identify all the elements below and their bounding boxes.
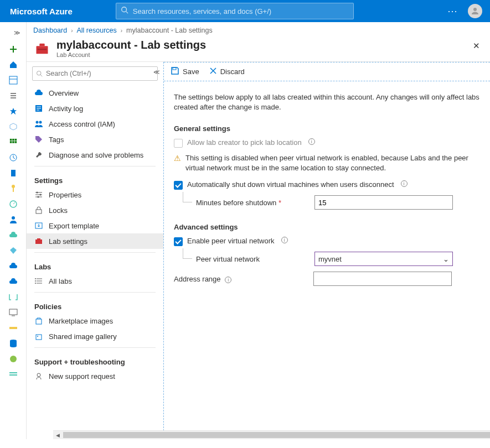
rail-monitor-icon[interactable] [8,308,18,317]
horizontal-scrollbar[interactable]: ◀ [53,430,490,439]
minutes-input[interactable] [314,195,453,210]
close-icon[interactable]: ✕ [471,39,482,53]
svg-rect-6 [12,139,14,141]
collapse-menu-icon[interactable]: ≪ [153,69,160,76]
tag-icon [34,135,43,144]
rail-bar-icon[interactable] [8,323,18,333]
svg-point-0 [122,7,127,12]
menu-activity-log[interactable]: Activity log [27,101,163,116]
info-icon[interactable]: i [225,277,231,283]
gallery-icon [34,332,43,341]
enable-peer-checkbox[interactable] [174,237,183,246]
menu-shared-gallery[interactable]: Shared image gallery [27,329,163,344]
rail-gauge-icon[interactable] [8,199,18,209]
expand-rail-icon[interactable]: ≫ [0,27,26,39]
auto-shutdown-checkbox[interactable] [174,181,183,190]
svg-rect-38 [37,238,40,239]
warning-text: This setting is disabled when peer virtu… [185,153,480,173]
rail-cloud3-icon[interactable] [8,277,18,286]
save-button[interactable]: Save [171,66,199,77]
enable-peer-label: Enable peer virtual network [187,237,275,245]
rail-add-icon[interactable] [8,44,18,54]
discard-button[interactable]: Discard [209,67,245,76]
menu-properties[interactable]: Properties [27,187,163,202]
svg-line-28 [40,75,42,76]
svg-rect-12 [11,170,16,176]
menu-diagnose[interactable]: Diagnose and solve problems [27,147,163,163]
rail-db-icon[interactable] [8,338,18,348]
allow-location-checkbox [174,139,183,148]
global-search[interactable] [116,3,354,19]
section-labs: Labs [27,256,163,273]
resource-search[interactable] [32,66,158,81]
menu-overview[interactable]: Overview [27,85,163,101]
rail-box-icon[interactable] [8,122,18,132]
scrollbar-thumb[interactable] [63,432,490,438]
breadcrumb-allresources[interactable]: All resources [77,27,117,34]
menu-new-support[interactable]: New support request [27,368,163,384]
rail-user-icon[interactable] [8,215,18,225]
menu-export[interactable]: Export template [27,218,163,233]
svg-point-16 [12,216,15,220]
menu-lab-settings[interactable]: Lab settings [27,233,163,249]
rail-circle-icon[interactable] [8,354,18,364]
menu-locks[interactable]: Locks [27,202,163,218]
rail-key-icon[interactable] [8,184,18,194]
chevron-down-icon: ⌄ [443,255,449,263]
scroll-left-icon[interactable]: ◀ [53,431,62,440]
rail-service-icon[interactable] [8,168,18,178]
rail-dashboard-icon[interactable] [8,75,18,85]
svg-point-40 [35,280,36,282]
peer-vnet-select[interactable]: myvnet ⌄ [314,252,453,266]
svg-point-39 [35,278,36,279]
save-icon [171,66,179,77]
avatar[interactable] [468,4,482,18]
info-icon[interactable]: i [308,138,315,145]
rail-bracket-icon[interactable] [8,292,18,302]
resource-search-input[interactable] [46,70,154,77]
more-icon[interactable]: ⋯ [447,5,458,17]
rail-cloud2-icon[interactable] [8,261,18,271]
cloud-icon [34,88,43,97]
search-icon [121,6,128,16]
svg-point-45 [37,373,40,377]
rail-clock-icon[interactable] [8,153,18,163]
resource-menu: ≪ Overview Activity log Access control (… [27,62,164,439]
general-settings-heading: General settings [174,124,480,133]
rail-grid-icon[interactable] [8,137,18,147]
section-policies: Policies [27,296,163,313]
address-range-input[interactable] [313,272,452,286]
menu-tags[interactable]: Tags [27,132,163,147]
rail-cloud1-icon[interactable] [8,230,18,240]
svg-rect-5 [9,139,12,141]
svg-point-32 [37,192,38,194]
svg-rect-9 [12,141,14,143]
svg-point-34 [38,196,39,198]
menu-all-labs[interactable]: All labs [27,273,163,289]
svg-point-33 [40,194,42,196]
rail-list-icon[interactable] [8,91,18,101]
info-icon[interactable]: i [401,180,408,187]
breadcrumb-dashboard[interactable]: Dashboard [33,27,67,34]
rail-lines-icon[interactable] [8,369,18,379]
rail-gem-icon[interactable] [8,246,18,256]
menu-iam[interactable]: Access control (IAM) [27,116,163,132]
svg-point-27 [37,71,42,76]
menu-marketplace[interactable]: Marketplace images [27,313,163,329]
svg-rect-7 [14,139,17,141]
page-subtitle: Lab Account [56,51,206,58]
svg-rect-17 [9,309,17,315]
rail-star-icon[interactable] [8,106,18,116]
lock-icon [34,206,43,215]
people-icon [34,119,43,128]
svg-rect-19 [9,327,17,329]
log-icon [34,104,43,113]
global-search-input[interactable] [133,7,349,15]
svg-rect-43 [36,335,42,340]
info-icon[interactable]: i [281,237,288,243]
breadcrumb-current: mylabaccount - Lab settings [126,27,213,34]
rail-home-icon[interactable] [8,60,18,70]
svg-line-1 [126,12,128,14]
svg-point-31 [39,121,42,124]
section-settings: Settings [27,170,163,187]
